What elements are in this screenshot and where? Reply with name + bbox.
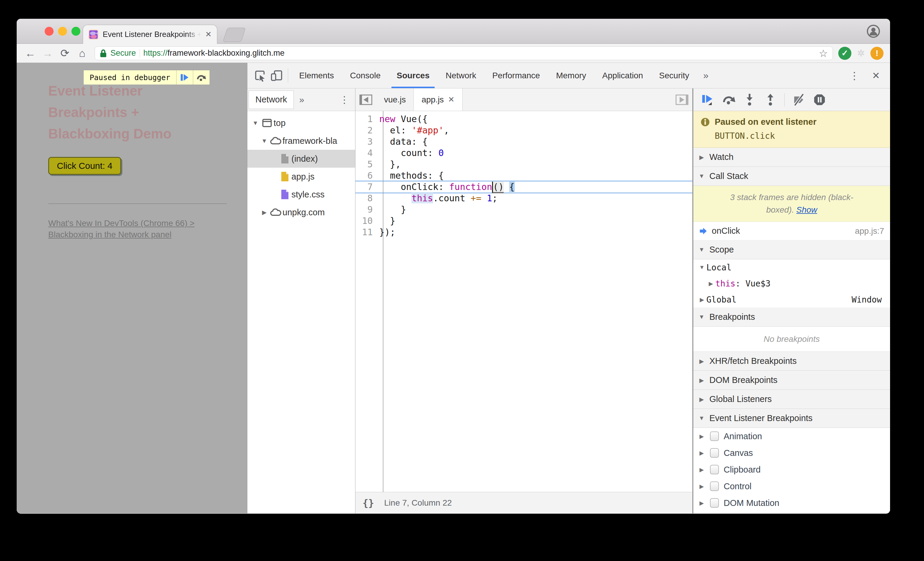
section-dom-breakpoints[interactable]: ▶ DOM Breakpoints [693, 371, 890, 390]
scope-local-row[interactable]: ▼ Local [693, 260, 890, 276]
profile-icon[interactable] [867, 25, 880, 38]
section-event-listener-breakpoints[interactable]: ▼ Event Listener Breakpoints [693, 409, 890, 428]
chevron-down-icon[interactable]: ▼ [259, 138, 269, 144]
editor-tab-app-js[interactable]: app.js✕ [414, 88, 463, 111]
event-category-control[interactable]: ▶Control [693, 478, 890, 495]
category-checkbox[interactable] [710, 498, 719, 508]
devtools-tab-console[interactable]: Console [342, 63, 389, 88]
line-number[interactable]: 7 [356, 182, 379, 193]
home-button[interactable]: ⌂ [75, 46, 89, 60]
category-checkbox[interactable] [710, 482, 719, 491]
event-category-dom-mutation[interactable]: ▶DOM Mutation [693, 495, 890, 511]
event-category-animation[interactable]: ▶Animation [693, 428, 890, 445]
line-number[interactable]: 4 [356, 147, 379, 159]
more-panels-icon[interactable]: » [697, 70, 714, 81]
chevron-right-icon[interactable]: ▶ [698, 450, 705, 456]
forward-button[interactable]: → [40, 46, 55, 60]
code-line[interactable]: 2 el: '#app', [356, 125, 692, 136]
inspect-element-icon[interactable] [252, 67, 268, 84]
frame-location[interactable]: app.js:7 [855, 226, 884, 236]
execution-line[interactable]: 7 onClick: function() { [356, 182, 692, 193]
line-number[interactable]: 3 [356, 136, 379, 147]
tree-item--index-[interactable]: (index) [248, 150, 355, 168]
section-watch[interactable]: ▶ Watch [693, 148, 890, 167]
step-into-button[interactable] [740, 92, 759, 108]
line-number[interactable]: 10 [356, 215, 379, 226]
whats-new-link[interactable]: What's New In DevTools (Chrome 66) > Bla… [48, 218, 224, 240]
url-bar[interactable]: Secure https://framework-blackboxing.gli… [94, 46, 833, 60]
tree-item-app.js[interactable]: app.js [248, 168, 355, 186]
code-line[interactable]: 11}); [356, 226, 692, 238]
event-category-canvas[interactable]: ▶Canvas [693, 445, 890, 461]
chevron-right-icon[interactable]: ▶ [698, 500, 705, 507]
chevron-right-icon[interactable]: ▶ [698, 433, 705, 440]
line-number[interactable]: 8 [356, 193, 379, 204]
code-editor[interactable]: 1new Vue({2 el: '#app',3 data: {4 count:… [356, 111, 692, 492]
scope-this-row[interactable]: ▶ this: Vue$3 [693, 276, 890, 291]
step-over-button[interactable] [720, 92, 738, 108]
code-line[interactable]: 8 this.count += 1; [356, 193, 692, 204]
expand-sidebar-icon[interactable] [672, 88, 692, 111]
device-toolbar-icon[interactable] [268, 67, 285, 84]
reload-button[interactable]: ⟳ [58, 46, 72, 60]
chevron-right-icon[interactable]: ▶ [698, 483, 705, 490]
section-global-listeners[interactable]: ▶ Global Listeners [693, 390, 890, 409]
devtools-tab-security[interactable]: Security [651, 63, 697, 88]
section-breakpoints[interactable]: ▼ Breakpoints [693, 308, 890, 327]
category-checkbox[interactable] [710, 448, 719, 458]
devtools-tab-application[interactable]: Application [594, 63, 651, 88]
browser-tab[interactable]: Event Listener Breakpoints + B ✕ [83, 25, 217, 44]
code-line[interactable]: 6 methods: { [356, 170, 692, 182]
devtools-tab-network[interactable]: Network [438, 63, 484, 88]
close-window-button[interactable] [45, 27, 54, 36]
collapse-navigator-icon[interactable] [356, 88, 376, 111]
url-text[interactable]: https://framework-blackboxing.glitch.me [144, 48, 815, 58]
line-number[interactable]: 6 [356, 170, 379, 182]
new-tab-button[interactable] [223, 28, 246, 42]
overlay-step-over-button[interactable] [193, 70, 210, 85]
navigator-tab-network[interactable]: Network [249, 90, 294, 109]
step-out-button[interactable] [761, 92, 780, 108]
chevron-right-icon[interactable]: ▶ [698, 466, 705, 473]
editor-tab-vue-js[interactable]: vue.js [376, 88, 414, 111]
tree-item-top[interactable]: ▼top [248, 114, 355, 132]
secure-label[interactable]: Secure [111, 48, 136, 58]
section-call-stack[interactable]: ▼ Call Stack [693, 167, 890, 186]
line-number[interactable]: 1 [356, 114, 379, 125]
bookmark-star-icon[interactable]: ☆ [819, 47, 828, 59]
devtools-tab-sources[interactable]: Sources [388, 63, 438, 88]
pretty-print-icon[interactable]: {} [363, 497, 374, 508]
minimize-window-button[interactable] [58, 27, 67, 36]
click-count-button[interactable]: Click Count: 4 [48, 157, 121, 175]
chevron-right-icon[interactable]: ▶ [259, 209, 269, 216]
chevron-down-icon[interactable]: ▼ [250, 120, 261, 126]
tab-close-icon[interactable]: ✕ [205, 30, 212, 39]
event-category-clipboard[interactable]: ▶Clipboard [693, 461, 890, 478]
line-number[interactable]: 5 [356, 159, 379, 170]
tree-item-unpkg.com[interactable]: ▶unpkg.com [248, 203, 355, 221]
devtools-close-icon[interactable]: ✕ [866, 70, 886, 81]
deactivate-breakpoints-button[interactable] [789, 92, 808, 108]
scope-global-row[interactable]: ▶ Global Window [693, 291, 890, 308]
code-line[interactable]: 1new Vue({ [356, 114, 692, 125]
line-number[interactable]: 9 [356, 204, 379, 215]
call-stack-frame[interactable]: onClick app.js:7 [693, 222, 890, 240]
line-number[interactable]: 11 [356, 226, 379, 238]
extension-check-icon[interactable]: ✓ [838, 47, 851, 60]
editor-tab-close-icon[interactable]: ✕ [448, 95, 454, 104]
code-line[interactable]: 3 data: { [356, 136, 692, 147]
devtools-tab-memory[interactable]: Memory [548, 63, 594, 88]
devtools-tab-performance[interactable]: Performance [484, 63, 548, 88]
line-number[interactable]: 2 [356, 125, 379, 136]
back-button[interactable]: ← [23, 46, 38, 60]
section-scope[interactable]: ▼ Scope [693, 240, 890, 260]
show-frames-link[interactable]: Show [796, 205, 817, 214]
devtools-tab-elements[interactable]: Elements [291, 63, 342, 88]
navigator-more-tabs-icon[interactable]: » [294, 95, 310, 105]
navigator-menu-icon[interactable]: ⋮ [335, 94, 354, 105]
tree-item-framework-bla[interactable]: ▼framework-bla [248, 132, 355, 150]
extension-warning-icon[interactable]: ! [870, 47, 884, 60]
code-line[interactable]: 10 } [356, 215, 692, 226]
tree-item-style.css[interactable]: style.css [248, 186, 355, 203]
category-checkbox[interactable] [710, 432, 719, 441]
